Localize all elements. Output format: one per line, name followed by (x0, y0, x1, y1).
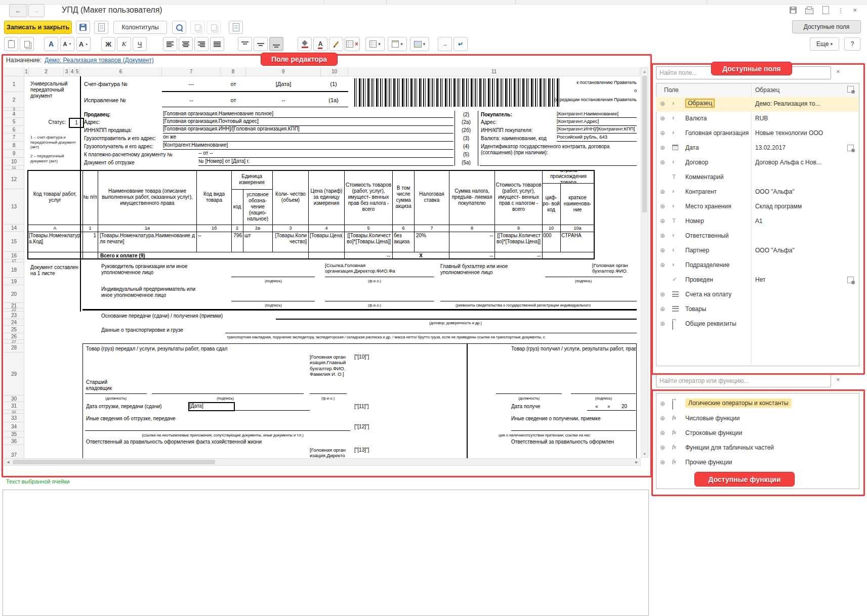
font-button[interactable]: А (44, 37, 58, 51)
invoice-label[interactable]: Счет-фактура № (84, 81, 155, 87)
titlebar-print-icon[interactable] (805, 6, 814, 15)
chevron-icon[interactable]: › (672, 232, 674, 238)
add-field-icon[interactable]: ⊕ (660, 188, 668, 195)
claims-caption[interactable]: ция о наличии/отсутствии претензии; ссыл… (499, 433, 637, 437)
text-color-button[interactable]: А (313, 37, 327, 51)
buyer-label[interactable]: Покупатель: (481, 112, 554, 118)
col-header[interactable]: 6 (80, 67, 162, 76)
handed-label[interactable]: Товар (груз) передал / услуги, результат… (86, 346, 304, 352)
accountant-fio-block[interactable]: [Головная организация.Главный бухгалтер.… (310, 354, 347, 393)
row-header[interactable]: 36 (4, 437, 24, 445)
italic-button[interactable]: К (117, 37, 131, 51)
selected-cell-text-area[interactable] (3, 490, 649, 616)
row-header[interactable]: 20 (4, 285, 24, 303)
item-cell[interactable]: [Товары.Количество] (274, 233, 307, 251)
position-caption[interactable]: (должность) (85, 396, 147, 401)
fio-caption[interactable]: (ф.и.о.) (349, 303, 400, 307)
total-cell[interactable]: X (393, 253, 448, 259)
col-header[interactable]: 8 (221, 67, 246, 76)
item-cell[interactable]: -- (198, 233, 230, 239)
row-header[interactable]: 31 (4, 402, 24, 410)
code-row-cell[interactable]: 3 (273, 226, 308, 231)
buyer-address-label[interactable]: Адрес: (481, 119, 554, 125)
bold-button[interactable]: Ж (101, 37, 115, 51)
correction-number-cell[interactable]: -- (162, 97, 221, 104)
item-cell[interactable]: 796 (232, 233, 242, 239)
field-row[interactable]: ⊕ › Валюта RUB (656, 112, 858, 126)
recv-date-label[interactable]: Дата получе (511, 404, 547, 410)
background-color-button[interactable] (298, 37, 312, 51)
col-header[interactable]: 7 (162, 67, 221, 76)
field-label[interactable]: Товары (685, 305, 706, 313)
currency-label[interactable]: Валюта: наименование, код (481, 136, 556, 142)
head-fio-cell[interactable]: [Ссылка.Головная организация.Директор.ФИ… (325, 262, 434, 277)
sign-caption[interactable]: (подпись) (197, 396, 253, 401)
accountant-label[interactable]: Главный бухгалтер или иное уполномоченно… (440, 263, 542, 278)
copy-button[interactable] (20, 37, 34, 51)
mark[interactable]: (4) (455, 144, 478, 150)
correction-date-cell[interactable]: -- (246, 97, 321, 104)
field-settings-icon[interactable] (847, 277, 854, 283)
add-field-icon[interactable]: ⊕ (660, 232, 668, 239)
field-row[interactable]: ⊕ › Партнер ООО "Альфа" (656, 244, 858, 258)
links-caption[interactable]: (ссылки на неотъемлемые приложения, сопу… (101, 433, 344, 437)
row-header[interactable]: 2 (4, 92, 24, 108)
th-cost-w[interactable]: Стоимость товаров (работ, услуг), имущес… (496, 170, 542, 225)
th-country-code[interactable]: циф- ро- вой код (543, 183, 560, 225)
clear-format-button[interactable]: × (345, 37, 360, 51)
total-label[interactable]: Всего к оплате (9) (100, 253, 201, 259)
item-cell[interactable]: [Товары.Номенклатура.Наименование для пе… (100, 233, 195, 251)
field-label[interactable]: Образец (685, 99, 715, 108)
fields-col-sample[interactable]: Образец (755, 86, 779, 94)
chevron-icon[interactable]: › (672, 158, 674, 165)
function-label[interactable]: Числовые функции (685, 415, 739, 422)
contract-label[interactable]: Идентификатор государственного контракта… (481, 144, 637, 158)
code-row-cell[interactable]: 2а (243, 226, 272, 231)
row-header[interactable]: 24 (4, 319, 24, 326)
sheet-corner[interactable] (4, 67, 24, 76)
field-label[interactable]: Валюта (685, 115, 707, 122)
add-field-icon[interactable]: ⊕ (660, 203, 668, 210)
buyer-value-cell[interactable]: [Контрагент.Наименование] (557, 111, 637, 118)
code-row-cell[interactable]: 9 (496, 226, 542, 231)
valign-bottom-button[interactable] (269, 37, 283, 51)
fio-caption[interactable]: (ф.и.о.) (308, 396, 348, 401)
field-label[interactable]: Подразделение (685, 261, 729, 269)
transport-caption[interactable]: транспортная накладная, поручение экспед… (227, 335, 637, 339)
titlebar-menu-icon[interactable]: ⋮ (836, 6, 845, 15)
buyer-inn-label[interactable]: ИНН/КПП покупателя: (481, 127, 554, 134)
quote-close[interactable]: » (607, 404, 613, 410)
th-excise[interactable]: В том числе сумма акциза (393, 170, 414, 225)
row-header[interactable]: 14 (4, 225, 24, 232)
mark[interactable]: (3) (455, 136, 478, 142)
total-cell[interactable]: -- (450, 253, 493, 259)
sign-caption[interactable]: (подпись) (552, 279, 615, 283)
field-row[interactable]: Т Комментарий (656, 170, 858, 185)
add-field-icon[interactable]: ⊕ (660, 305, 668, 313)
help-button[interactable]: ? (844, 37, 860, 51)
field-label[interactable]: Место хранения (685, 203, 731, 210)
th-price[interactable]: Цена (тариф) за единицу измерения (309, 170, 344, 225)
field-label[interactable]: Дата (685, 144, 699, 151)
shipping-doc-label[interactable]: Документ об отгрузке (84, 160, 198, 166)
seller-inn-label[interactable]: ИНН/КПП продавца: (84, 127, 160, 134)
fio-caption[interactable]: (ф.и.о.) (349, 279, 400, 283)
row-header[interactable]: 7 (4, 134, 24, 142)
th-tax[interactable]: Сумма налога, предъяв- ляемая покупателю (450, 170, 494, 225)
received-label[interactable]: Товар (груз) получил / услуги, результат… (511, 346, 636, 352)
pages-cell[interactable]: Документ составлен на 1 листе (30, 265, 78, 286)
add-field-icon[interactable]: ⊕ (660, 100, 668, 107)
function-row[interactable]: ⊕ fx Строковые функции (656, 426, 858, 441)
sign-caption[interactable]: (подпись) (574, 396, 633, 401)
function-row[interactable]: ⊕ Логические операторы и константы (656, 397, 858, 412)
th-unit-sym[interactable]: условное обозна- чение (нацио- нальное) (243, 189, 272, 225)
th-unit-code[interactable]: код (232, 189, 242, 225)
year-cell[interactable]: 20 (622, 404, 632, 410)
th-country[interactable]: Страна происхождения товара (543, 170, 594, 183)
scroll-right-icon[interactable]: ▶ (634, 459, 639, 465)
invoice-from[interactable]: от (221, 81, 246, 87)
field-row[interactable]: ⊕ › Место хранения Склад программ (656, 200, 858, 214)
shipping-doc-cell[interactable]: № [Номер] от [Дата] г. (198, 158, 453, 166)
item-cell[interactable]: без акциза (394, 233, 413, 251)
th-country-name[interactable]: краткое наименова- ние (561, 183, 594, 225)
